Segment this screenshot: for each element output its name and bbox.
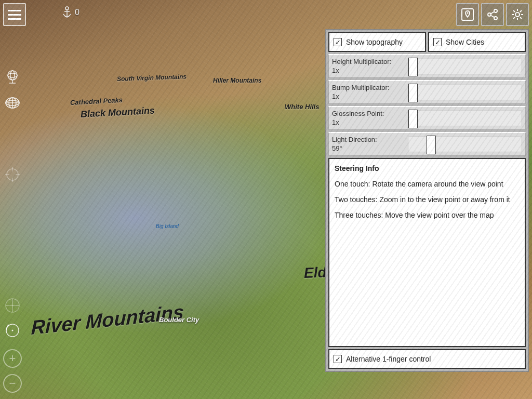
rotate-button[interactable] [3, 321, 22, 340]
label-black-mountains: Black Mountains [80, 105, 155, 120]
top-right-toolbar [456, 3, 529, 26]
glossiness-row: Glossiness Point: 1x [328, 106, 526, 130]
steering-line-3: Three touches: Move the view point over … [335, 211, 520, 219]
height-label: Height Multiplicator: [332, 58, 391, 65]
compass-button[interactable] [3, 296, 22, 315]
label-big-island: Big Island [156, 223, 179, 229]
bump-slider[interactable] [408, 85, 522, 100]
svg-point-0 [65, 7, 69, 10]
share-button[interactable] [481, 3, 504, 26]
maps-layer-button[interactable] [456, 3, 479, 26]
minus-icon: − [9, 377, 16, 390]
svg-point-30 [12, 330, 14, 331]
slider-thumb[interactable] [408, 110, 418, 128]
show-cities-label: Show Cities [446, 38, 484, 46]
slider-thumb[interactable] [408, 84, 418, 102]
light-value: 59° [332, 144, 405, 153]
map-pin-icon [460, 7, 475, 22]
rotate-icon [4, 322, 21, 339]
svg-line-8 [491, 12, 495, 14]
zoom-out-button[interactable]: − [3, 374, 22, 393]
gloss-label: Glossiness Point: [332, 110, 384, 117]
globe-wire-button[interactable] [3, 94, 22, 112]
gloss-value: 1x [332, 118, 405, 127]
label-hiller: Hiller Mountains [213, 77, 261, 84]
height-value: 1x [332, 66, 405, 75]
alt-1finger-checkbox[interactable]: Alternative 1-finger control [328, 349, 526, 369]
crosshair-button[interactable] [3, 165, 22, 184]
show-cities-checkbox[interactable]: Show Cities [428, 32, 526, 52]
globe-3d-button[interactable] [3, 68, 22, 86]
svg-point-11 [8, 71, 17, 80]
alt-1finger-label: Alternative 1-finger control [346, 355, 431, 363]
zoom-in-button[interactable]: + [3, 349, 22, 368]
svg-point-6 [494, 9, 497, 12]
steering-info-box: Steering Info One touch: Rotate the came… [328, 158, 526, 347]
settings-panel: Show topography Show Cities Height Multi… [325, 29, 529, 372]
svg-point-4 [467, 12, 469, 14]
bump-value: 1x [332, 92, 405, 101]
show-topography-label: Show topography [346, 38, 403, 46]
label-boulder-city: Boulder City [159, 316, 199, 324]
map-viewport[interactable]: River Mountains Black Mountains Cathedra… [0, 0, 532, 399]
bump-label: Bump Multiplicator: [332, 84, 390, 91]
bump-multiplicator-row: Bump Multiplicator: 1x [328, 80, 526, 104]
elevation-indicator: 0 [62, 6, 79, 19]
svg-point-13 [10, 71, 15, 80]
svg-point-10 [515, 12, 520, 17]
slider-thumb[interactable] [408, 58, 418, 76]
steering-line-1: One touch: Rotate the camera around the … [335, 180, 520, 188]
steering-info-title: Steering Info [335, 164, 520, 172]
checkbox-icon [433, 38, 442, 46]
checkbox-icon [334, 38, 342, 46]
crosshair-icon [4, 166, 21, 183]
checkbox-icon [334, 355, 342, 363]
globe-wire-icon [4, 95, 21, 111]
height-slider[interactable] [408, 59, 522, 74]
gear-icon [510, 7, 525, 22]
hamburger-icon [8, 10, 21, 11]
light-direction-row: Light Direction: 59° [328, 132, 526, 156]
light-slider[interactable] [408, 137, 522, 152]
menu-button[interactable] [3, 3, 26, 26]
elevation-value: 0 [75, 8, 79, 17]
globe-icon [4, 69, 21, 85]
compass-icon [4, 297, 21, 314]
svg-point-12 [8, 73, 17, 77]
steering-line-2: Two touches: Zoom in to the view point o… [335, 195, 520, 204]
show-topography-checkbox[interactable]: Show topography [328, 32, 426, 52]
light-label: Light Direction: [332, 136, 377, 143]
plus-icon: + [9, 352, 16, 365]
gloss-slider[interactable] [408, 111, 522, 126]
svg-point-7 [494, 17, 497, 20]
label-white-hills: White Hills [285, 103, 319, 111]
label-river-mountains: River Mountains [31, 301, 184, 339]
height-multiplicator-row: Height Multiplicator: 1x [328, 54, 526, 78]
svg-line-9 [491, 16, 495, 18]
svg-point-5 [488, 13, 491, 16]
share-icon [485, 7, 500, 22]
settings-button[interactable] [506, 3, 529, 26]
slider-thumb[interactable] [427, 136, 436, 154]
label-cathedral-peaks: Cathedral Peaks [70, 96, 123, 107]
label-south-virgin: South Virgin Mountains [117, 73, 187, 83]
anchor-icon [62, 6, 72, 19]
